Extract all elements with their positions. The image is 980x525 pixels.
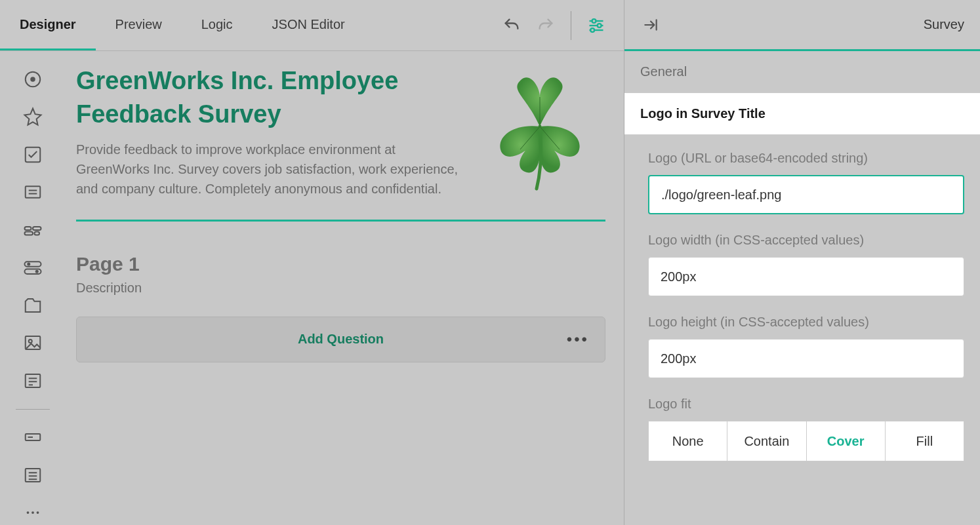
logo-width-label: Logo width (in CSS-accepted values) bbox=[648, 233, 964, 248]
tool-radiogroup[interactable] bbox=[18, 67, 47, 92]
logo-width-input[interactable] bbox=[648, 257, 964, 296]
logo-fit-cover[interactable]: Cover bbox=[807, 421, 886, 461]
section-logo-body: Logo (URL or base64-encoded string) Logo… bbox=[624, 135, 980, 506]
logo-height-label: Logo height (in CSS-accepted values) bbox=[648, 315, 964, 330]
svg-rect-13 bbox=[33, 227, 41, 230]
svg-rect-12 bbox=[25, 227, 31, 230]
toolbox bbox=[0, 51, 66, 525]
logo-fit-none[interactable]: None bbox=[648, 421, 727, 461]
collapse-right-icon bbox=[642, 16, 659, 33]
undo-button[interactable] bbox=[497, 11, 526, 40]
logo-fit-label: Logo fit bbox=[648, 397, 964, 412]
svg-point-1 bbox=[592, 19, 596, 23]
svg-point-34 bbox=[37, 511, 39, 514]
field-logo-width: Logo width (in CSS-accepted values) bbox=[648, 233, 964, 296]
add-question-button[interactable]: Add Question ••• bbox=[76, 317, 605, 362]
survey-logo[interactable] bbox=[474, 64, 605, 195]
tool-rating[interactable] bbox=[18, 105, 47, 130]
survey-title[interactable]: GreenWorks Inc. Employee Feedback Survey bbox=[76, 64, 459, 132]
svg-point-32 bbox=[27, 511, 30, 514]
tab-designer[interactable]: Designer bbox=[0, 0, 96, 50]
svg-point-33 bbox=[31, 511, 34, 514]
tabs-left: Designer Preview Logic JSON Editor bbox=[0, 0, 365, 50]
undo-icon bbox=[502, 16, 521, 35]
logo-url-label: Logo (URL or base64-encoded string) bbox=[648, 151, 964, 166]
top-tabs: Designer Preview Logic JSON Editor bbox=[0, 0, 624, 51]
svg-point-17 bbox=[27, 263, 30, 266]
logo-fit-buttongroup: None Contain Cover Fill bbox=[648, 421, 964, 461]
logo-url-input[interactable] bbox=[648, 175, 964, 214]
svg-point-5 bbox=[590, 28, 594, 32]
tool-image[interactable] bbox=[18, 331, 47, 356]
field-logo-height: Logo height (in CSS-accepted values) bbox=[648, 315, 964, 378]
panel-content: General Logo in Survey Title Logo (URL o… bbox=[624, 51, 980, 525]
logo-height-input[interactable] bbox=[648, 339, 964, 378]
canvas: GreenWorks Inc. Employee Feedback Survey… bbox=[66, 51, 624, 525]
toolbox-separator bbox=[16, 409, 50, 410]
svg-point-3 bbox=[598, 24, 602, 28]
survey-description[interactable]: Provide feedback to improve workplace en… bbox=[76, 140, 459, 199]
tabs-right bbox=[497, 11, 624, 40]
page-title[interactable]: Page 1 bbox=[76, 253, 605, 275]
settings-icon bbox=[587, 16, 605, 35]
logo-fit-contain[interactable]: Contain bbox=[727, 421, 806, 461]
right-panel-title: Survey bbox=[924, 17, 964, 32]
right-panel-header: Survey bbox=[624, 0, 980, 51]
survey-header-text: GreenWorks Inc. Employee Feedback Survey… bbox=[76, 64, 459, 199]
tab-preview[interactable]: Preview bbox=[96, 0, 182, 50]
logo-fit-fill[interactable]: Fill bbox=[886, 421, 964, 461]
redo-icon bbox=[537, 16, 555, 35]
svg-rect-9 bbox=[26, 187, 41, 199]
tab-logic[interactable]: Logic bbox=[182, 0, 253, 50]
add-question-label: Add Question bbox=[298, 332, 384, 347]
tool-dropdown[interactable] bbox=[18, 180, 47, 205]
svg-point-7 bbox=[30, 77, 35, 82]
svg-rect-15 bbox=[35, 231, 40, 235]
separator bbox=[571, 11, 571, 40]
tool-singleinput[interactable] bbox=[18, 425, 47, 450]
collapse-panel-button[interactable] bbox=[640, 14, 661, 35]
page-description[interactable]: Description bbox=[76, 281, 605, 296]
svg-point-19 bbox=[35, 270, 39, 273]
tool-more[interactable] bbox=[18, 501, 47, 525]
tool-comment[interactable] bbox=[18, 368, 47, 393]
tab-json-editor[interactable]: JSON Editor bbox=[253, 0, 365, 50]
main-area: Designer Preview Logic JSON Editor bbox=[0, 0, 624, 525]
section-logo-header[interactable]: Logo in Survey Title bbox=[624, 92, 980, 135]
add-question-more-icon[interactable]: ••• bbox=[567, 330, 589, 349]
right-panel: Survey General Logo in Survey Title Logo… bbox=[624, 0, 980, 525]
field-logo-url: Logo (URL or base64-encoded string) bbox=[648, 151, 964, 214]
tool-tagbox[interactable] bbox=[18, 218, 47, 243]
shamrock-icon bbox=[474, 64, 605, 195]
section-general[interactable]: General bbox=[624, 51, 980, 92]
svg-rect-14 bbox=[25, 231, 33, 235]
tool-checkbox[interactable] bbox=[18, 142, 47, 167]
tool-multipletext[interactable] bbox=[18, 463, 47, 488]
settings-button[interactable] bbox=[582, 11, 611, 40]
svg-point-21 bbox=[29, 340, 32, 343]
tool-boolean[interactable] bbox=[18, 256, 47, 281]
redo-button[interactable] bbox=[531, 11, 560, 40]
page-section[interactable]: Page 1 Description Add Question ••• bbox=[76, 222, 605, 362]
field-logo-fit: Logo fit None Contain Cover Fill bbox=[648, 397, 964, 461]
survey-header[interactable]: GreenWorks Inc. Employee Feedback Survey… bbox=[76, 64, 605, 222]
tool-file[interactable] bbox=[18, 293, 47, 318]
designer-body: GreenWorks Inc. Employee Feedback Survey… bbox=[0, 51, 624, 525]
